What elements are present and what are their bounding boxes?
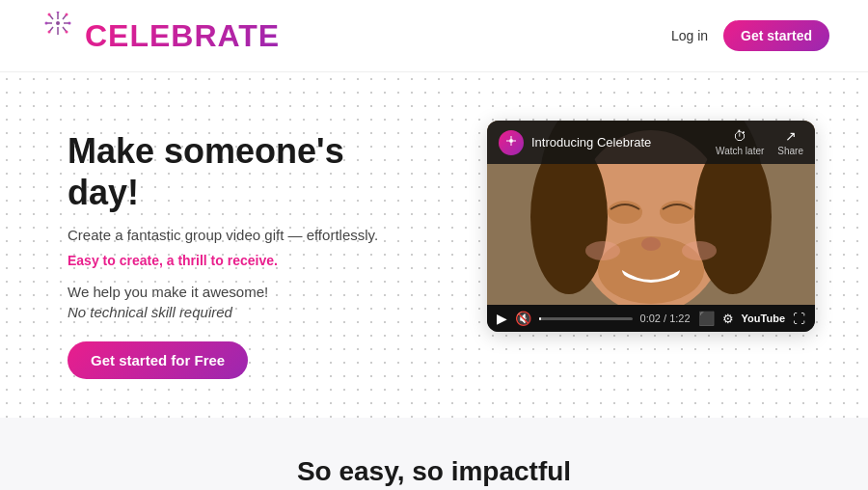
hero-desc2: No technical skill required: [68, 304, 424, 320]
watch-later-icon: ⏱: [733, 128, 746, 144]
hero-tagline: Easy to create, a thrill to receive.: [68, 253, 424, 268]
mute-button[interactable]: 🔇: [515, 311, 531, 326]
svg-point-9: [57, 12, 60, 14]
share-icon: ↗: [785, 128, 797, 144]
svg-point-10: [45, 22, 48, 25]
svg-point-0: [56, 21, 60, 25]
bottom-title: So easy, so impactful: [39, 456, 829, 487]
logo-fireworks-icon: [39, 12, 77, 60]
svg-point-13: [66, 14, 68, 16]
logo-text: CELEBRATE: [85, 18, 280, 54]
login-button[interactable]: Log in: [671, 28, 708, 43]
svg-point-29: [641, 237, 661, 251]
video-top-actions: ⏱ Watch later ↗ Share: [716, 128, 803, 156]
hero-desc1: We help you make it awesome!: [68, 284, 424, 300]
svg-point-15: [66, 31, 68, 34]
svg-point-31: [682, 241, 717, 260]
video-player: Introducing Celebrate ⏱ Watch later ↗ Sh…: [487, 121, 815, 332]
video-channel-icon: [499, 130, 524, 155]
logo-area: CELEBRATE: [39, 12, 280, 60]
get-started-free-button[interactable]: Get started for Free: [68, 341, 248, 379]
get-started-header-button[interactable]: Get started: [723, 20, 829, 51]
watch-later-label: Watch later: [716, 146, 764, 156]
hero-subtitle: Create a fantastic group video gift — ef…: [68, 227, 424, 243]
youtube-logo: YouTube: [742, 313, 785, 324]
svg-point-11: [68, 22, 71, 25]
hero-section: Make someone's day! Create a fantastic g…: [0, 101, 868, 418]
header: CELEBRATE Log in Get started: [0, 0, 868, 72]
video-title-row: Introducing Celebrate: [499, 130, 651, 155]
header-nav: Log in Get started: [671, 20, 829, 51]
settings-button[interactable]: ⚙: [722, 312, 734, 326]
svg-point-30: [585, 241, 620, 260]
progress-fill: [539, 317, 541, 320]
bottom-section: So easy, so impactful Celebrate's magic …: [0, 418, 868, 490]
time-display: 0:02 / 1:22: [640, 313, 691, 324]
svg-point-14: [48, 31, 51, 34]
share-action[interactable]: ↗ Share: [777, 128, 803, 156]
watch-later-action[interactable]: ⏱ Watch later: [716, 128, 764, 156]
hero-title: Make someone's day!: [68, 130, 424, 213]
play-button[interactable]: ▶: [497, 311, 507, 326]
svg-point-16: [509, 139, 513, 143]
hero-text: Make someone's day! Create a fantastic g…: [68, 121, 424, 379]
progress-bar[interactable]: [539, 317, 633, 320]
share-label: Share: [777, 146, 803, 156]
video-top-bar: Introducing Celebrate ⏱ Watch later ↗ Sh…: [487, 121, 815, 164]
dotted-section: Make someone's day! Create a fantastic g…: [0, 72, 868, 418]
video-controls: ▶ 🔇 0:02 / 1:22 ⬛ ⚙ YouTube ⛶: [487, 305, 815, 332]
celebrate-mini-icon: [504, 136, 518, 150]
svg-point-12: [48, 14, 51, 16]
captions-button[interactable]: ⬛: [698, 311, 715, 326]
video-title-text: Introducing Celebrate: [531, 135, 651, 150]
fullscreen-button[interactable]: ⛶: [793, 312, 805, 326]
